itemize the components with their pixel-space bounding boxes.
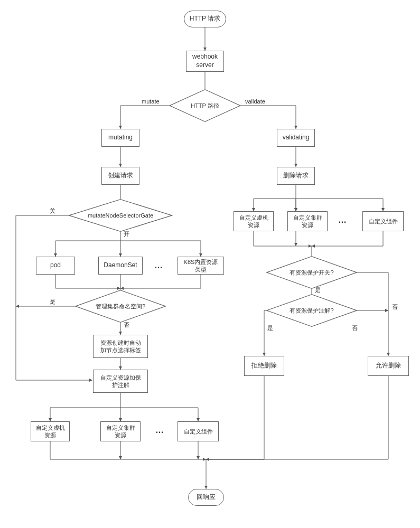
delete-request-label: 删除请求 [283, 172, 309, 180]
dots-icon-3: … [338, 215, 347, 225]
auto-label-node: 资源创建时自动加节点选择标签 [93, 335, 148, 358]
gate-on-label: 开 [124, 230, 129, 238]
reject-label: 拒绝删除 [251, 362, 277, 370]
v-cust-comp-label: 自定义组件 [369, 218, 398, 225]
cust-vm-label: 自定义虚机资源 [35, 424, 65, 439]
v-cust-vm-label: 自定义虚机资源 [238, 214, 269, 229]
cust-cluster-label: 自定义集群资源 [105, 424, 136, 439]
webhook-label: webhook server [192, 53, 218, 69]
add-protect-node: 自定义资源加保护注解 [93, 370, 148, 393]
delete-request-node: 删除请求 [277, 167, 315, 185]
auto-label-label: 资源创建时自动加节点选择标签 [98, 339, 143, 354]
gate-off-label: 关 [50, 207, 55, 215]
dots-icon-1: … [154, 261, 163, 270]
start-label: HTTP 请求 [190, 15, 220, 23]
k8s-builtin-label: K8S内置资源类型 [182, 258, 219, 274]
flowchart-canvas: HTTP 请求 webhook server HTTP 路径 mutate va… [0, 0, 420, 528]
cust-vm-node: 自定义虚机资源 [31, 421, 70, 441]
has-switch-yes-label: 是 [315, 286, 321, 294]
mgmt-ns-label: 管理集群命名空间? [96, 303, 145, 310]
http-path-decision: HTTP 路径 [193, 94, 217, 117]
response-node: 回响应 [188, 489, 224, 506]
add-protect-label: 自定义资源加保护注解 [98, 374, 143, 389]
v-cust-cluster-node: 自定义集群资源 [287, 211, 328, 231]
pod-label: pod [50, 261, 61, 270]
validating-node: validating [277, 129, 315, 147]
mgmt-ns-decision: 管理集群命名空间? [109, 295, 132, 318]
mutate-edge-label: mutate [142, 98, 160, 105]
mgmt-ns-no-label: 否 [124, 321, 129, 329]
mutating-node: mutating [101, 129, 139, 147]
cust-cluster-node: 自定义集群资源 [100, 421, 141, 441]
has-anno-no-label: 否 [352, 324, 358, 332]
response-label: 回响应 [197, 493, 216, 502]
v-cust-cluster-label: 自定义集群资源 [292, 214, 323, 229]
gate-label: mutateNodeSelectorGate [88, 212, 153, 219]
start-node: HTTP 请求 [184, 11, 226, 27]
gate-decision: mutateNodeSelectorGate [109, 204, 132, 227]
dots-icon-2: … [155, 426, 164, 435]
cust-comp-node: 自定义组件 [178, 421, 219, 441]
v-cust-vm-node: 自定义虚机资源 [234, 211, 274, 231]
daemonset-node: DaemonSet [98, 257, 143, 275]
validating-label: validating [283, 134, 310, 142]
validate-edge-label: validate [245, 98, 265, 105]
reject-node: 拒绝删除 [244, 356, 284, 376]
mgmt-ns-yes-label: 是 [50, 298, 55, 306]
k8s-builtin-node: K8S内置资源类型 [178, 257, 224, 275]
allow-label: 允许删除 [376, 362, 401, 370]
pod-node: pod [36, 257, 75, 275]
create-request-node: 创建请求 [101, 167, 139, 185]
webhook-node: webhook server [186, 51, 224, 72]
has-switch-decision: 有资源保护开关? [300, 261, 323, 284]
has-switch-no-label: 否 [392, 303, 398, 311]
cust-comp-label: 自定义组件 [184, 428, 213, 435]
allow-node: 允许删除 [368, 356, 409, 376]
has-anno-yes-label: 是 [267, 324, 273, 332]
has-anno-label: 有资源保护注解? [290, 307, 333, 315]
has-switch-label: 有资源保护开关? [290, 269, 333, 277]
http-path-label: HTTP 路径 [191, 102, 219, 110]
has-anno-decision: 有资源保护注解? [300, 299, 323, 322]
create-request-label: 创建请求 [108, 172, 133, 180]
mutating-label: mutating [108, 134, 133, 142]
v-cust-comp-node: 自定义组件 [362, 211, 404, 231]
daemonset-label: DaemonSet [104, 261, 137, 270]
